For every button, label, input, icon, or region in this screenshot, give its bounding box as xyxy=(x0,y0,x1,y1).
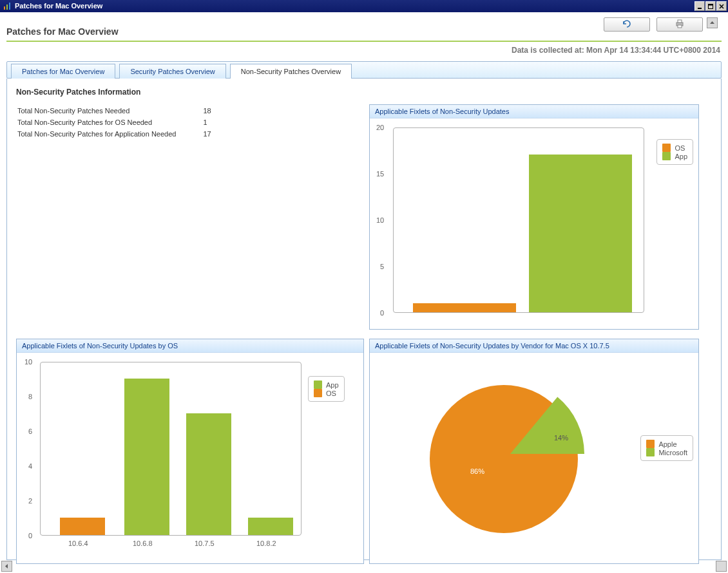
info-label: Total Non-Security Patches Needed xyxy=(17,106,176,116)
refresh-icon xyxy=(622,19,632,30)
svg-rect-5 xyxy=(709,4,713,5)
svg-rect-2 xyxy=(9,3,10,10)
app-icon xyxy=(3,1,12,11)
bar-os xyxy=(413,303,516,312)
svg-rect-8 xyxy=(678,25,682,28)
chart-legend: Apple Microsoft xyxy=(640,435,693,461)
panel-title: Applicable Fixlets of Non-Security Updat… xyxy=(370,105,698,118)
tab-security-patches[interactable]: Security Patches Overview xyxy=(119,64,225,79)
chart-legend: App OS xyxy=(308,376,345,402)
legend-label: Microsoft xyxy=(658,449,687,456)
svg-rect-7 xyxy=(678,20,682,23)
legend-label: Apple xyxy=(658,440,676,448)
legend-swatch xyxy=(314,389,322,397)
scroll-up-arrow[interactable] xyxy=(707,17,718,28)
bar-10-8-2 xyxy=(248,518,293,535)
legend-swatch xyxy=(662,152,671,160)
axis-tick: 8 xyxy=(28,393,32,400)
maximize-button[interactable] xyxy=(705,1,716,11)
chart-plot-area xyxy=(40,362,302,536)
info-value: 17 xyxy=(177,129,211,139)
legend-item: Microsoft xyxy=(646,448,687,456)
legend-label: App xyxy=(675,153,687,160)
svg-rect-1 xyxy=(6,5,8,10)
axis-tick: 10.7.5 xyxy=(195,540,215,547)
section-title: Non-Security Patches Information xyxy=(16,88,716,97)
pie-chart xyxy=(375,356,633,557)
printer-icon xyxy=(675,19,685,30)
axis-tick: 0 xyxy=(380,309,384,317)
tab-content: Non-Security Patches Information Total N… xyxy=(6,79,722,560)
tab-patches-overview[interactable]: Patches for Mac Overview xyxy=(11,64,115,79)
print-button[interactable] xyxy=(656,17,703,32)
legend-item: Apple xyxy=(646,440,687,448)
table-row: Total Non-Security Patches Needed18 xyxy=(17,106,211,116)
window-titlebar: Patches for Mac Overview xyxy=(0,0,728,12)
legend-item: App xyxy=(662,152,687,160)
legend-swatch xyxy=(646,448,655,456)
axis-tick: 10 xyxy=(24,358,32,366)
info-value: 18 xyxy=(177,106,211,116)
axis-tick: 0 xyxy=(28,532,32,540)
data-collected-stamp: Data is collected at: Mon Apr 14 13:34:4… xyxy=(6,42,722,61)
legend-label: OS xyxy=(326,390,336,397)
axis-tick: 10 xyxy=(376,216,384,224)
info-label: Total Non-Security Patches for OS Needed xyxy=(17,117,176,127)
tab-strip: Patches for Mac Overview Security Patche… xyxy=(6,61,722,79)
table-row: Total Non-Security Patches for OS Needed… xyxy=(17,117,211,127)
axis-tick: 4 xyxy=(28,462,32,470)
panel-title: Applicable Fixlets of Non-Security Updat… xyxy=(370,339,698,353)
scroll-left-arrow[interactable] xyxy=(1,561,12,572)
legend-item: OS xyxy=(662,144,687,152)
legend-swatch xyxy=(662,144,671,152)
chart-panel-by-os: Applicable Fixlets of Non-Security Updat… xyxy=(16,339,364,564)
axis-tick: 10.6.8 xyxy=(133,540,153,547)
legend-label: OS xyxy=(675,144,685,152)
close-button[interactable] xyxy=(716,1,727,11)
axis-tick: 15 xyxy=(376,170,384,178)
info-table: Total Non-Security Patches Needed18 Tota… xyxy=(16,104,213,140)
axis-tick: 10.8.2 xyxy=(256,540,276,547)
axis-tick: 5 xyxy=(380,263,384,270)
legend-label: App xyxy=(326,381,339,389)
bar-10-6-4 xyxy=(60,518,105,535)
legend-swatch xyxy=(646,440,655,448)
tab-non-security-patches[interactable]: Non-Security Patches Overview xyxy=(230,64,352,79)
info-value: 1 xyxy=(177,117,211,127)
chart-panel-by-vendor: Applicable Fixlets of Non-Security Updat… xyxy=(369,339,699,564)
chart-plot-area xyxy=(393,127,644,313)
axis-tick: 10.6.4 xyxy=(68,540,88,547)
window-title: Patches for Mac Overview xyxy=(15,0,102,12)
chart-legend: OS App xyxy=(656,139,693,165)
refresh-button[interactable] xyxy=(604,17,650,32)
svg-rect-3 xyxy=(698,8,702,9)
pie-slice-label: 86% xyxy=(470,467,484,475)
axis-tick: 2 xyxy=(28,497,32,505)
table-row: Total Non-Security Patches for Applicati… xyxy=(17,129,211,139)
info-label: Total Non-Security Patches for Applicati… xyxy=(17,129,176,139)
bar-10-7-5 xyxy=(186,413,231,535)
svg-rect-0 xyxy=(4,6,5,10)
minimize-button[interactable] xyxy=(694,1,705,11)
legend-swatch xyxy=(314,380,322,389)
panel-title: Applicable Fixlets of Non-Security Updat… xyxy=(17,339,363,353)
bar-10-6-8 xyxy=(124,379,169,535)
axis-tick: 6 xyxy=(28,427,32,435)
legend-item: OS xyxy=(314,389,339,397)
legend-item: App xyxy=(314,380,339,389)
chart-panel-fixlets: Applicable Fixlets of Non-Security Updat… xyxy=(369,104,699,330)
scroll-corner xyxy=(716,561,727,572)
bar-app xyxy=(529,155,632,312)
axis-tick: 20 xyxy=(376,124,384,131)
pie-slice-label: 14% xyxy=(554,434,568,442)
